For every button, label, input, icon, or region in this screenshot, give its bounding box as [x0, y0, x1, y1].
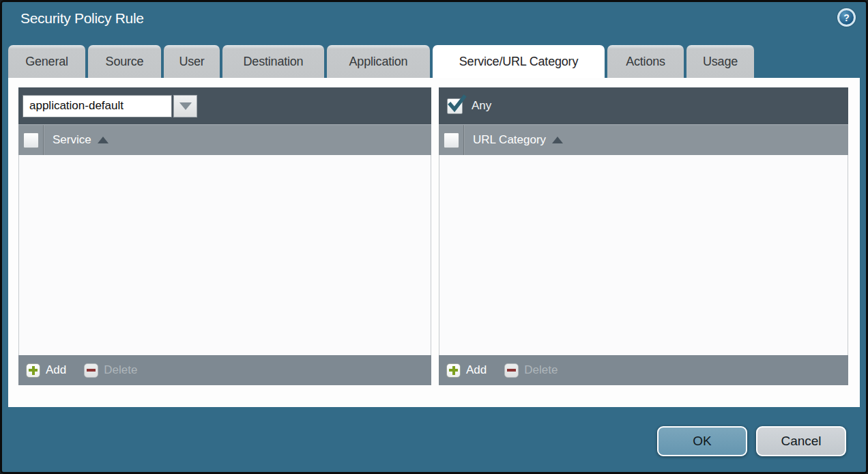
service-column-header: Service	[18, 124, 431, 155]
ok-button[interactable]: OK	[657, 426, 747, 456]
service-list[interactable]	[18, 155, 431, 355]
url-category-select-all-checkbox[interactable]	[444, 133, 459, 148]
tab-actions[interactable]: Actions	[607, 45, 684, 78]
service-select-all-checkbox[interactable]	[23, 133, 39, 148]
url-category-panel: Any URL Category Add Delete	[439, 87, 848, 385]
service-column-label-cell[interactable]: Service	[44, 125, 108, 155]
sort-ascending-icon	[98, 137, 108, 143]
service-panel-footer: Add Delete	[18, 355, 431, 385]
service-type-dropdown-button[interactable]	[173, 95, 197, 117]
url-category-delete-label: Delete	[524, 363, 558, 377]
tab-destination[interactable]: Destination	[222, 45, 324, 78]
cancel-button[interactable]: Cancel	[756, 426, 846, 456]
dialog-title: Security Policy Rule	[20, 10, 144, 27]
service-delete-label: Delete	[104, 363, 137, 377]
tab-service-url-category[interactable]: Service/URL Category	[433, 45, 605, 78]
tab-usage[interactable]: Usage	[686, 45, 754, 78]
url-category-column-label: URL Category	[473, 133, 546, 147]
service-select-all-cell	[18, 125, 44, 155]
service-panel-header	[18, 87, 431, 124]
service-add-button[interactable]: Add	[26, 363, 66, 378]
url-category-panel-footer: Add Delete	[439, 355, 848, 385]
service-type-input[interactable]	[23, 95, 172, 117]
tab-source[interactable]: Source	[88, 45, 161, 78]
service-column-label: Service	[53, 133, 91, 147]
url-category-column-label-cell[interactable]: URL Category	[464, 125, 563, 155]
url-category-list[interactable]	[439, 155, 848, 355]
url-category-panel-header: Any	[439, 87, 848, 124]
tab-content: Service Add Delete	[8, 78, 860, 407]
sort-ascending-icon	[552, 137, 563, 143]
tab-general[interactable]: General	[8, 45, 85, 78]
checkmark-icon	[447, 94, 467, 115]
add-icon	[26, 363, 40, 378]
url-category-add-label: Add	[466, 363, 487, 377]
delete-icon	[504, 363, 519, 378]
service-delete-button[interactable]: Delete	[84, 363, 137, 378]
delete-icon	[84, 363, 98, 378]
url-category-column-header: URL Category	[439, 124, 848, 155]
service-add-label: Add	[46, 363, 66, 377]
url-category-delete-button[interactable]: Delete	[504, 363, 558, 378]
service-type-combobox	[23, 95, 197, 117]
security-policy-rule-dialog: Security Policy Rule ? General Source Us…	[0, 0, 868, 474]
add-icon	[446, 363, 461, 378]
dropdown-arrow-icon	[179, 102, 192, 110]
tab-bar: General Source User Destination Applicat…	[8, 45, 754, 78]
tab-user[interactable]: User	[164, 45, 220, 78]
url-category-select-all-cell	[439, 125, 464, 155]
url-category-any-checkbox[interactable]	[447, 98, 463, 114]
help-icon[interactable]: ?	[837, 8, 856, 27]
url-category-any-label: Any	[472, 99, 491, 113]
url-category-add-button[interactable]: Add	[446, 363, 487, 378]
service-panel: Service Add Delete	[18, 87, 431, 385]
tab-application[interactable]: Application	[327, 45, 430, 78]
